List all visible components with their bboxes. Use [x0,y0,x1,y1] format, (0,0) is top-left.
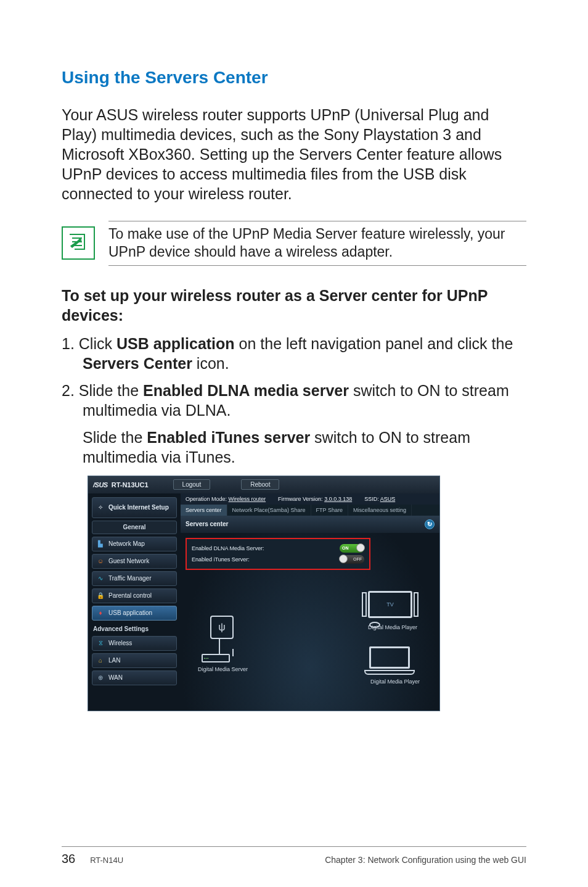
sidebar-item-network-map[interactable]: ▙ Network Map [92,537,177,551]
sidebar-item-parental-control[interactable]: 🔒 Parental control [92,588,177,603]
note-text: To make use of the UPnP Media Server fea… [108,225,526,262]
sidebar-section-general: General [92,521,177,534]
footer-chapter: Chapter 3: Network Configuration using t… [325,855,526,865]
step-2: 2. Slide the Enabled DLNA media server s… [62,381,526,420]
sidebar-item-traffic-manager[interactable]: ∿ Traffic Manager [92,571,177,586]
router-icon: ▪▪▪ [202,654,230,662]
toggle-highlight-box: Enabled DLNA Media Server: ON Enabled iT… [186,538,370,570]
network-map-icon: ▙ [96,540,105,548]
sidebar-item-wan[interactable]: ⊕ WAN [92,670,177,685]
note-icon [62,226,95,260]
intro-paragraph: Your ASUS wireless router supports UPnP … [62,105,526,204]
reboot-button[interactable]: Reboot [241,479,279,490]
brand: /SUS RT-N13UC1 [93,481,149,489]
tab-ftp-share[interactable]: FTP Share [311,505,348,516]
people-icon: ☺ [96,557,105,566]
sidebar-item-wireless[interactable]: ⧖ Wireless [92,636,177,651]
itunes-toggle-label: Enabled iTunes Server: [192,556,250,563]
divider [108,265,526,266]
tab-samba-share[interactable]: Network Place(Samba) Share [227,505,311,516]
refresh-icon[interactable]: ↻ [425,519,435,529]
traffic-icon: ∿ [96,574,105,583]
sidebar: ✧ Quick Internet Setup General ▙ Network… [88,493,181,711]
step-1: 1. Click USB application on the left nav… [62,334,526,373]
wifi-icon: ⧖ [96,639,105,648]
speaker-icon [362,592,367,617]
note-block: To make use of the UPnP Media Server fea… [62,217,526,270]
model-label: RT-N13UC1 [112,481,149,489]
dlna-toggle-label: Enabled DLNA Media Server: [192,545,264,551]
panel-title-bar: Servers center ↻ [181,516,439,533]
diagram-line [219,639,220,654]
section-title: Using the Servers Center [62,68,526,88]
tabs: Servers center Network Place(Samba) Shar… [181,505,439,516]
footer-model: RT-N14U [90,856,123,865]
quick-internet-setup[interactable]: ✧ Quick Internet Setup [92,497,177,518]
dmp-label-1: Digital Media Player [368,624,417,630]
op-mode-link[interactable]: Wireless router [229,496,266,502]
wand-icon: ✧ [96,503,105,512]
laptop-icon [369,646,410,669]
sidebar-section-advanced: Advanced Settings [92,623,177,633]
keyboard-icon [364,670,415,675]
page-footer: 36 RT-N14U Chapter 3: Network Configurat… [62,846,526,866]
itunes-toggle[interactable]: OFF [340,555,364,564]
step-2-cont: Slide the Enabled iTunes server switch t… [62,427,526,467]
divider [108,221,526,221]
globe-icon: ⊕ [96,674,105,682]
sub-heading: To set up your wireless router as a Serv… [62,286,526,325]
sidebar-item-lan[interactable]: ⌂ LAN [92,653,177,668]
diagram: ψ ▪▪▪ Digital Media Server TV Digital Me… [193,580,433,706]
tab-servers-center[interactable]: Servers center [181,505,227,516]
sidebar-item-guest-network[interactable]: ☺ Guest Network [92,554,177,569]
asus-logo: /SUS [93,481,108,489]
home-icon: ⌂ [96,656,105,665]
tab-misc-setting[interactable]: Miscellaneous setting [348,505,412,516]
logout-button[interactable]: Logout [173,479,211,490]
usb-device-icon: ψ [210,616,234,639]
diagram-line [232,649,234,656]
lock-icon: 🔒 [96,592,105,600]
dlna-toggle[interactable]: ON [340,544,364,553]
main-panel: Operation Mode: Wireless router Firmware… [181,493,439,711]
app-header: /SUS RT-N13UC1 Logout Reboot [88,476,439,493]
page-number: 36 [62,852,75,865]
router-admin-screenshot: /SUS RT-N13UC1 Logout Reboot ✧ Quick Int… [88,476,440,711]
speaker-icon [414,592,419,617]
firmware-link[interactable]: 3.0.0.3.138 [324,496,352,502]
status-line: Operation Mode: Wireless router Firmware… [181,493,439,505]
usb-icon: ♦ [96,609,105,617]
sidebar-item-usb-application[interactable]: ♦ USB application [92,606,177,621]
dms-label: Digital Media Server [198,666,248,672]
dmp-label-2: Digital Media Player [370,679,420,685]
tv-icon: TV [368,591,412,618]
ssid-link[interactable]: ASUS [380,496,396,502]
